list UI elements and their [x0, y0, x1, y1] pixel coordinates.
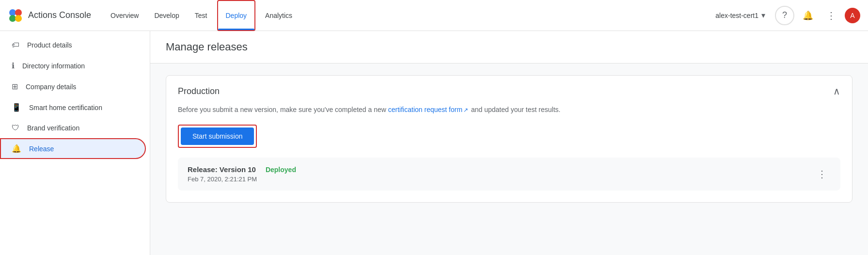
app-header: Actions Console Overview Develop Test De…	[0, 0, 868, 31]
sidebar-item-directory-information[interactable]: ℹ Directory information	[0, 55, 146, 76]
production-card: Production ∧ Before you submit a new ver…	[166, 75, 852, 203]
tag-icon: 🏷	[12, 41, 19, 49]
page-title: Manage releases	[166, 41, 852, 53]
account-name: alex-test-cert1	[715, 12, 758, 19]
grid-icon: ⊞	[12, 82, 18, 91]
sidebar-item-brand-verification[interactable]: 🛡 Brand verification	[0, 118, 146, 138]
info-icon: ℹ	[12, 61, 15, 70]
main-content: Manage releases Production ∧ Before you …	[150, 31, 868, 255]
notifications-button[interactable]: 🔔	[798, 6, 818, 25]
certification-form-link[interactable]: certification request form	[388, 106, 462, 113]
collapse-chevron-icon[interactable]: ∧	[833, 85, 840, 97]
chevron-down-icon: ▾	[761, 11, 765, 20]
nav-item-deploy[interactable]: Deploy	[217, 0, 256, 31]
sidebar-item-smart-home-certification[interactable]: 📱 Smart home certification	[0, 97, 146, 118]
production-card-header: Production ∧	[166, 76, 852, 105]
page-header: Manage releases	[150, 31, 868, 64]
sidebar: 🏷 Product details ℹ Directory informatio…	[0, 31, 150, 255]
more-options-button[interactable]: ⋮	[821, 6, 841, 25]
three-dot-icon: ⋮	[817, 168, 827, 180]
sidebar-item-company-details[interactable]: ⊞ Company details	[0, 76, 146, 97]
svg-point-0	[9, 9, 16, 16]
help-button[interactable]: ?	[775, 6, 794, 25]
help-icon: ?	[782, 10, 787, 20]
release-row-top: Release: Version 10 Deployed	[188, 165, 813, 174]
release-info: Release: Version 10 Deployed Feb 7, 2020…	[188, 165, 813, 183]
layout: 🏷 Product details ℹ Directory informatio…	[0, 31, 868, 255]
release-status-badge: Deployed	[266, 166, 296, 174]
release-date: Feb 7, 2020, 2:21:21 PM	[188, 175, 813, 183]
avatar[interactable]: A	[845, 8, 860, 23]
production-heading: Production	[178, 86, 220, 96]
device-icon: 📱	[12, 103, 21, 112]
account-selector[interactable]: alex-test-cert1 ▾	[710, 8, 771, 23]
start-submission-outline: Start submission	[178, 125, 257, 148]
release-bell-icon: 🔔	[12, 144, 21, 153]
sidebar-item-release[interactable]: 🔔 Release	[0, 138, 146, 159]
external-link-icon: ↗	[463, 107, 468, 113]
nav-item-overview[interactable]: Overview	[103, 0, 146, 31]
page-body: Production ∧ Before you submit a new ver…	[150, 64, 868, 214]
start-submission-button[interactable]: Start submission	[181, 128, 254, 145]
bell-icon: 🔔	[803, 10, 813, 21]
header-right: alex-test-cert1 ▾ ? 🔔 ⋮ A	[710, 6, 860, 25]
production-card-body: Before you submit a new version, make su…	[166, 105, 852, 202]
sidebar-item-product-details[interactable]: 🏷 Product details	[0, 35, 146, 55]
more-icon: ⋮	[826, 10, 836, 21]
svg-point-2	[9, 15, 16, 22]
google-logo-icon	[8, 8, 23, 23]
release-name: Release: Version 10	[188, 165, 256, 174]
logo-area: Actions Console	[8, 8, 91, 23]
nav-item-analytics[interactable]: Analytics	[257, 0, 300, 31]
shield-icon: 🛡	[12, 124, 19, 132]
nav-item-test[interactable]: Test	[187, 0, 215, 31]
release-more-button[interactable]: ⋮	[813, 165, 831, 183]
svg-point-1	[15, 9, 22, 16]
top-nav: Overview Develop Test Deploy Analytics	[103, 0, 300, 31]
app-title: Actions Console	[28, 10, 91, 20]
release-row: Release: Version 10 Deployed Feb 7, 2020…	[178, 158, 840, 191]
nav-item-develop[interactable]: Develop	[146, 0, 187, 31]
production-description: Before you submit a new version, make su…	[178, 105, 840, 115]
svg-point-3	[15, 15, 22, 22]
